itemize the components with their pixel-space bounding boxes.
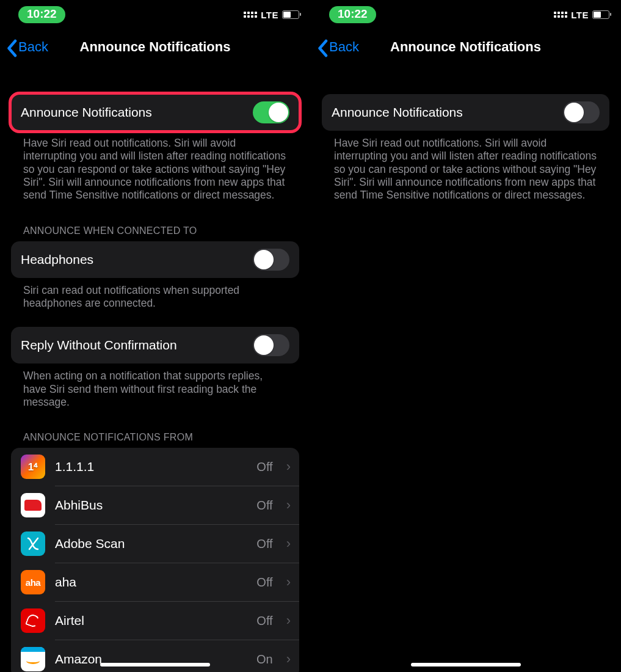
headphones-card: Headphones [11,241,299,278]
status-time-pill[interactable]: 10:22 [329,6,376,23]
announce-toggle-row[interactable]: Announce Notifications [11,94,299,131]
headphones-row[interactable]: Headphones [11,241,299,278]
app-name: 1.1.1.1 [55,459,247,474]
app-status: Off [256,537,272,551]
network-label: LTE [571,10,589,20]
battery-icon [592,10,609,19]
app-row-airtel[interactable]: Airtel Off › [11,602,299,640]
announce-toggle-card: Announce Notifications [11,94,299,131]
app-status: Off [256,499,272,513]
chevron-right-icon: › [286,459,291,475]
app-icon-amazon [21,647,45,671]
app-row-abhibus[interactable]: AbhiBus Off › [11,486,299,524]
app-row-adobe[interactable]: Adobe Scan Off › [11,525,299,563]
app-icon-airtel [21,608,45,633]
reply-toggle[interactable] [253,334,289,356]
announce-footer: Have Siri read out notifications. Siri w… [322,131,609,207]
app-icon-abhibus [21,493,45,517]
app-status: On [256,652,273,667]
status-bar: 10:22 LTE [0,0,310,29]
app-name: Airtel [55,613,247,628]
signal-icon [554,12,567,18]
announce-toggle[interactable] [253,101,289,123]
reply-row[interactable]: Reply Without Confirmation [11,327,299,363]
app-icon-1111: 1⁴ [21,455,45,479]
back-label: Back [329,39,359,55]
announce-footer: Have Siri read out notifications. Siri w… [11,131,299,207]
app-row-aha[interactable]: aha aha Off › [11,563,299,601]
back-button[interactable]: Back [6,39,48,55]
home-indicator[interactable] [100,663,210,667]
reply-footer: When acting on a notification that suppo… [11,363,299,414]
chevron-left-icon [317,39,328,55]
app-row-1111[interactable]: 1⁴ 1.1.1.1 Off › [11,448,299,486]
app-icon-aha: aha [21,570,45,594]
chevron-right-icon: › [286,497,291,513]
phone-right: 10:22 LTE Back Announce Notifications An… [310,0,620,672]
reply-card: Reply Without Confirmation [11,327,299,363]
network-label: LTE [261,10,278,20]
chevron-left-icon [6,39,17,55]
announce-toggle[interactable] [563,101,600,123]
headphones-label: Headphones [21,252,244,267]
nav-bar: Back Announce Notifications [311,29,620,65]
app-status: Off [256,614,272,628]
chevron-right-icon: › [286,651,291,667]
battery-icon [282,10,299,19]
status-right-cluster: LTE [554,10,609,20]
headphones-footer: Siri can read out notifications when sup… [11,278,299,315]
content: Announce Notifications Have Siri read ou… [0,65,310,672]
connected-header: ANNOUNCE WHEN CONNECTED TO [11,207,299,241]
back-label: Back [18,39,48,55]
status-bar: 10:22 LTE [311,0,620,29]
app-name: aha [55,575,247,590]
nav-bar: Back Announce Notifications [0,29,310,65]
chevron-right-icon: › [286,536,291,552]
announce-toggle-label: Announce Notifications [21,105,244,120]
apps-list: 1⁴ 1.1.1.1 Off › AbhiBus Off › Adobe Sca… [11,448,299,672]
status-right-cluster: LTE [244,10,299,20]
apps-header: ANNOUNCE NOTIFICATIONS FROM [11,414,299,448]
chevron-right-icon: › [286,574,291,590]
app-icon-adobe-scan [21,531,45,556]
signal-icon [244,12,257,18]
announce-toggle-card: Announce Notifications [322,94,609,131]
status-time-pill[interactable]: 10:22 [18,6,65,23]
headphones-toggle[interactable] [253,249,289,271]
reply-label: Reply Without Confirmation [21,338,244,352]
announce-toggle-row[interactable]: Announce Notifications [322,94,609,131]
app-name: Adobe Scan [55,536,247,551]
chevron-right-icon: › [286,613,291,629]
app-name: AbhiBus [55,498,247,513]
app-status: Off [256,460,272,474]
announce-toggle-label: Announce Notifications [332,105,554,120]
back-button[interactable]: Back [317,39,359,55]
content: Announce Notifications Have Siri read ou… [311,65,620,207]
phone-left: 10:22 LTE Back Announce Notifications An… [0,0,310,672]
app-row-amazon[interactable]: Amazon On › [11,640,299,672]
app-status: Off [256,575,272,590]
home-indicator[interactable] [411,663,521,667]
